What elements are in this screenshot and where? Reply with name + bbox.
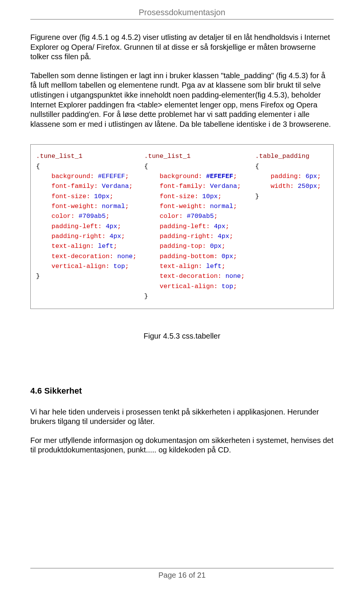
section-paragraph-1: Vi har hele tiden underveis i prosessen … [30,407,334,427]
header-divider [30,19,334,20]
code-column-2: .tune_list_1 { background: #EFEFEF; font… [144,151,248,301]
code-box: .tune_list_1 { background: #EFEFEF; font… [30,144,334,309]
paragraph-2: Tabellen som denne listingen er lagt inn… [30,71,334,129]
paragraph-1: Figurene over (fig 4.5.1 og 4.5.2) viser… [30,33,334,62]
section-heading: 4.6 Sikkerhet [30,386,334,396]
figure-caption: Figur 4.5.3 css.tabeller [30,332,334,340]
code-column-1: .tune_list_1 { background: #EFEFEF; font… [36,151,136,301]
page: Prosessdokumentasjon Figurene over (fig … [0,0,364,591]
footer: Page 16 of 21 [30,568,334,580]
document-title: Prosessdokumentasjon [30,8,334,17]
code-column-3: .table_padding { padding: 6px; width: 25… [255,151,328,301]
section-paragraph-2: For mer utfyllende informasjon og dokume… [30,436,334,455]
footer-divider [30,568,334,569]
page-number: Page 16 of 21 [30,571,334,580]
